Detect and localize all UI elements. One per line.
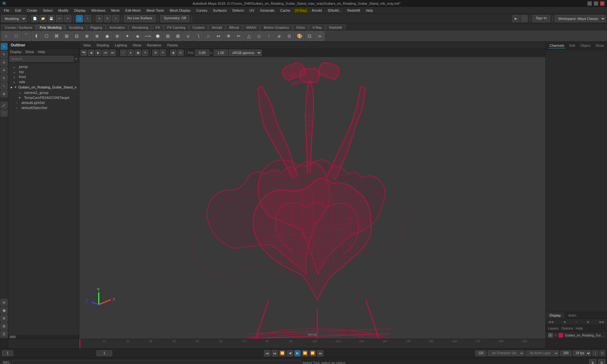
layer-color-swatch[interactable] [559,333,563,337]
mode-dropdown[interactable]: Modeling [1,15,27,22]
shelf-tab-xgen[interactable]: XGen [293,25,309,30]
shelf-icon-harden[interactable]: ⊙ [285,31,294,41]
outliner-menu-display[interactable]: Display [9,50,23,54]
shelf-icon-sphere[interactable]: ○ [1,31,11,41]
outliner-item-side[interactable]: ⟁ side [8,79,79,84]
menu-select[interactable]: Select [40,8,55,13]
vp-shading-wireframe[interactable]: □ [120,50,126,56]
viewport-menu-panels[interactable]: Panels [165,43,181,47]
select-mode-button[interactable]: ↖ [1,43,8,50]
no-live-surface-button[interactable]: No Live Surface [124,15,156,22]
outliner-scrollbar[interactable] [8,335,79,339]
shelf-icon-crease[interactable]: ⊛ [113,31,122,41]
prev-frame-button[interactable]: ⏪ [279,350,285,356]
vp-next-frame[interactable]: ▶ [95,50,101,56]
move-button[interactable]: ✛ [96,15,103,22]
viewport-menu-view[interactable]: View [81,43,93,47]
step-forward-button[interactable]: ⏩ [310,350,316,356]
shelf-icon-triangulate[interactable]: △ [244,31,254,41]
menu-edit[interactable]: Edit [13,8,24,13]
shelf-icon-normals[interactable]: ↑ [264,31,274,41]
show-tab[interactable]: Show [594,43,605,48]
vp-fforward[interactable]: ⏭ [110,50,116,56]
fps-dropdown[interactable]: 24 fps [573,350,591,356]
shelf-icon-bevel[interactable]: ⬡ [42,31,51,41]
shelf-icon-freeze[interactable]: ❄ [224,31,233,41]
shelf-icon-bool-diff[interactable]: ∖ [193,31,203,41]
scale-tool-button[interactable]: ⤡ [1,82,8,89]
shelf-icon-subdivide[interactable]: ⊗ [92,31,102,41]
shelf-tab-sculpting[interactable]: Sculpting [65,25,87,30]
menu-mesh-tools[interactable]: Mesh Tools [144,8,166,13]
anim-layer-dropdown[interactable]: No Anim Layer [526,350,559,356]
workspace-dropdown[interactable]: Workspace: Maya Classic [555,15,606,22]
menu-vray[interactable]: [V-Ray] [293,8,309,13]
paint-weights-button[interactable]: ⬛ [1,110,8,117]
undo-button[interactable]: ↩ [56,15,63,22]
outliner-item-default-light-set[interactable]: ○ defaultLightSet [8,100,79,105]
loop-button[interactable]: ↺ [599,350,605,356]
layer-nav-prev2[interactable]: ◀ [563,320,566,324]
lasso-select-button[interactable]: ⌇ [84,15,91,22]
out-frame-input[interactable] [560,350,572,356]
vp-grid-button[interactable]: ⊞ [152,50,159,56]
ipr-button[interactable]: ⬛ [521,15,528,22]
object-tab[interactable]: Object [579,43,592,48]
shelf-icon-quadrangulate[interactable]: ◇ [254,31,264,41]
go-end-button[interactable]: ⏭ [317,350,323,356]
shelf-icon-connect[interactable]: ⟶ [143,31,152,41]
vp-isolate[interactable]: ◉ [170,50,176,56]
shelf-icon-cube[interactable]: □ [11,31,21,41]
menu-curves[interactable]: Curves [194,8,210,13]
scale-button[interactable]: ⤡ [112,15,119,22]
menu-modify[interactable]: Modify [56,8,71,13]
viewport-menu-lighting[interactable]: Lighting [112,43,130,47]
redo-button[interactable]: ↪ [64,15,71,22]
quick-layout-button[interactable]: ▣ [1,307,8,314]
rotate-tool-button[interactable]: ↻ [1,75,8,82]
vp-shading-light[interactable]: ☀ [142,50,148,56]
edit-tab[interactable]: Edit [568,43,576,48]
layers-option-layers[interactable]: Layers [548,326,559,330]
character-set-dropdown[interactable]: No Character Set [488,350,524,356]
status-icon-1[interactable]: ◈ [589,359,596,364]
sign-in-button[interactable]: Sign In [532,15,550,22]
anim-tab[interactable]: Anim [565,312,580,318]
layer-nav-prev[interactable]: ◀◀ [548,320,553,324]
step-back-button[interactable]: ⏭ [272,350,278,356]
viewport-menu-show[interactable]: Show [130,43,144,47]
layer-nav-new[interactable]: + [575,320,577,324]
shelf-icon-split[interactable]: ⊟ [72,31,82,41]
shelf-tab-bifrost[interactable]: Bifrost [226,25,242,30]
outliner-item-front[interactable]: ⟁ front [8,74,79,79]
shelf-icon-soften[interactable]: ⌀ [274,31,284,41]
shelf-tab-rendering[interactable]: Rendering [129,25,152,30]
play-forward-button[interactable]: ▶ [294,350,301,356]
menu-deform[interactable]: Deform [230,8,246,13]
layers-option-help[interactable]: Help [576,326,583,330]
shelf-tab-poly-modeling[interactable]: Poly Modeling [36,25,65,30]
vp-rewind[interactable]: ⏮ [102,50,109,56]
menu-windows[interactable]: Windows [89,8,108,13]
timeline-playhead[interactable] [79,339,80,348]
shelf-tab-animation[interactable]: Animation [106,25,128,30]
layer-nav-next[interactable]: ▶ [587,320,590,324]
vp-prev-frame[interactable]: ◀ [88,50,94,56]
shelf-icon-uvs[interactable]: ⊡ [305,31,314,41]
outliner-item-persp[interactable]: ⟁ persp [8,64,79,69]
list-button[interactable]: ☰ [1,331,8,337]
vp-camera-button[interactable]: 📷 [81,50,87,56]
status-icon-2[interactable]: ⊞ [598,359,605,364]
layer-visible-checkbox[interactable]: V [548,333,553,337]
snap-to-button[interactable]: ⊞ [1,315,8,322]
viewport-menu-shading[interactable]: Shading [94,43,112,47]
outliner-search-input[interactable] [9,56,73,62]
shelf-tab-motion-graphics[interactable]: Motion Graphics [260,25,292,30]
shelf-tab-redshift[interactable]: Redshift [326,25,345,30]
shelf-tab-arnold[interactable]: Arnold [208,25,225,30]
shelf-tab-rigging[interactable]: Rigging [87,25,106,30]
layer-nav-next2[interactable]: ▶▶ [599,320,604,324]
outliner-menu-help[interactable]: Help [37,50,46,54]
layers-option-options[interactable]: Options [561,326,573,330]
close-button[interactable]: ✕ [600,1,604,6]
